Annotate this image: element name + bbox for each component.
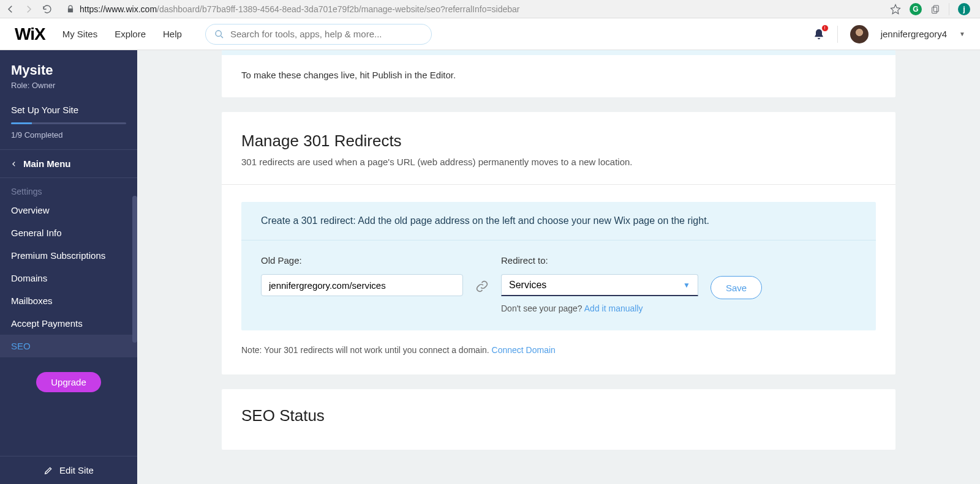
svg-rect-0 bbox=[933, 6, 938, 12]
redirects-card: Manage 301 Redirects 301 redirects are u… bbox=[222, 112, 895, 374]
setup-completed: 1/9 Completed bbox=[11, 130, 126, 140]
card-accent bbox=[222, 50, 895, 55]
url-text: https://www.wix.com/dashboard/b77ba9ff-1… bbox=[80, 4, 520, 14]
connect-domain-link[interactable]: Connect Domain bbox=[492, 345, 556, 355]
edit-site-button[interactable]: Edit Site bbox=[0, 456, 137, 484]
redirect-to-select[interactable]: Services ▼ bbox=[501, 274, 698, 296]
reload-icon[interactable] bbox=[42, 4, 53, 15]
publish-card: To make these changes live, hit Publish … bbox=[222, 50, 895, 97]
user-avatar[interactable] bbox=[850, 25, 869, 43]
main-menu-link[interactable]: Main Menu bbox=[0, 150, 137, 178]
profile-badge-icon[interactable]: j bbox=[958, 3, 970, 15]
forward-icon[interactable] bbox=[23, 4, 34, 15]
sidebar-section-settings: Settings bbox=[0, 178, 137, 199]
sidebar-item-general-info[interactable]: General Info bbox=[0, 222, 137, 244]
user-name[interactable]: jennifergregory4 bbox=[881, 29, 947, 39]
seo-status-card: SEO Status bbox=[222, 389, 895, 450]
svg-rect-1 bbox=[932, 7, 937, 13]
notifications-button[interactable]: ! bbox=[813, 28, 825, 40]
old-page-field: Old Page: bbox=[261, 255, 463, 296]
sidebar-scrollbar[interactable] bbox=[132, 196, 137, 343]
redirects-subtitle: 301 redirects are used when a page's URL… bbox=[241, 157, 876, 167]
chevron-left-icon bbox=[11, 160, 17, 168]
redirect-instruction: Create a 301 redirect: Add the old page … bbox=[241, 202, 876, 240]
browser-toolbar: https://www.wix.com/dashboard/b77ba9ff-1… bbox=[0, 0, 980, 18]
svg-point-2 bbox=[216, 31, 221, 36]
notification-badge: ! bbox=[821, 24, 829, 32]
search-input[interactable] bbox=[230, 29, 423, 39]
site-name: Mysite bbox=[11, 62, 126, 78]
divider bbox=[837, 26, 838, 43]
sidebar-item-domains[interactable]: Domains bbox=[0, 267, 137, 289]
chevron-down-icon[interactable]: ▼ bbox=[959, 31, 965, 37]
add-manually-link[interactable]: Add it manually bbox=[584, 303, 643, 313]
sidebar-item-seo[interactable]: SEO bbox=[0, 335, 137, 357]
old-page-label: Old Page: bbox=[261, 255, 463, 266]
sidebar-item-mailboxes[interactable]: Mailboxes bbox=[0, 289, 137, 312]
sidebar-item-premium[interactable]: Premium Subscriptions bbox=[0, 244, 137, 267]
url-bar[interactable]: https://www.wix.com/dashboard/b77ba9ff-1… bbox=[60, 4, 883, 14]
site-role: Role: Owner bbox=[11, 81, 126, 90]
nav-explore[interactable]: Explore bbox=[115, 29, 146, 39]
nav-my-sites[interactable]: My Sites bbox=[62, 29, 98, 39]
seo-status-title: SEO Status bbox=[241, 406, 876, 425]
publish-note: To make these changes live, hit Publish … bbox=[222, 55, 895, 80]
search-box[interactable] bbox=[205, 24, 432, 45]
app-header: WiX My Sites Explore Help ! jennifergreg… bbox=[0, 18, 980, 50]
setup-block[interactable]: Set Up Your Site 1/9 Completed bbox=[0, 97, 137, 150]
redirect-hint: Don't see your page? Add it manually bbox=[501, 303, 698, 313]
sidebar: Mysite Role: Owner Set Up Your Site 1/9 … bbox=[0, 50, 137, 484]
sidebar-item-payments[interactable]: Accept Payments bbox=[0, 312, 137, 335]
old-page-input[interactable] bbox=[261, 274, 463, 296]
upgrade-button[interactable]: Upgrade bbox=[36, 372, 101, 392]
chevron-down-icon: ▼ bbox=[683, 281, 690, 289]
extension-icon[interactable]: G bbox=[910, 3, 922, 15]
redirect-footnote: Note: Your 301 redirects will not work u… bbox=[241, 345, 876, 355]
save-button[interactable]: Save bbox=[710, 276, 762, 299]
lock-icon bbox=[66, 5, 75, 13]
star-icon[interactable] bbox=[890, 4, 901, 15]
setup-progress bbox=[11, 122, 126, 124]
redirects-title: Manage 301 Redirects bbox=[241, 132, 876, 151]
back-icon[interactable] bbox=[5, 4, 16, 15]
pencil-icon bbox=[43, 466, 53, 475]
main-menu-label: Main Menu bbox=[23, 158, 71, 169]
site-block: Mysite Role: Owner bbox=[0, 50, 137, 97]
search-icon bbox=[214, 29, 224, 39]
divider bbox=[222, 184, 895, 185]
link-icon bbox=[475, 280, 489, 293]
nav-help[interactable]: Help bbox=[163, 29, 182, 39]
wix-logo[interactable]: WiX bbox=[15, 24, 45, 44]
main-content: To make these changes live, hit Publish … bbox=[137, 50, 980, 484]
sidebar-item-overview[interactable]: Overview bbox=[0, 199, 137, 222]
copy-icon[interactable] bbox=[930, 4, 940, 14]
divider bbox=[949, 3, 949, 15]
redirect-to-value: Services bbox=[509, 280, 546, 291]
redirect-to-label: Redirect to: bbox=[501, 255, 698, 266]
setup-title: Set Up Your Site bbox=[11, 105, 126, 115]
redirect-to-field: Redirect to: Services ▼ Don't see your p… bbox=[501, 255, 698, 313]
redirect-form: Create a 301 redirect: Add the old page … bbox=[241, 202, 876, 330]
edit-site-label: Edit Site bbox=[59, 465, 94, 475]
